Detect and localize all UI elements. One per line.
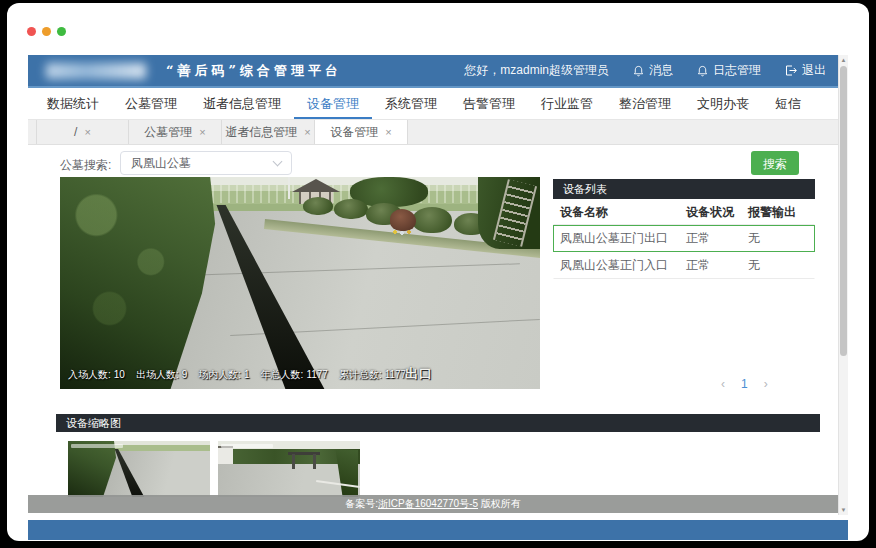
close-icon[interactable]: × — [385, 127, 391, 138]
prev-page-icon[interactable]: ‹ — [721, 377, 725, 391]
thumbnail-entrance-camera[interactable] — [218, 441, 360, 497]
app-title: “善后码”综合管理平台 — [166, 62, 342, 80]
window-close-icon[interactable] — [27, 27, 36, 36]
scene-stone-monument — [390, 209, 416, 231]
bush-shape — [412, 207, 452, 233]
scene-flowers — [392, 230, 414, 235]
main-nav: 数据统计 公墓管理 逝者信息管理 设备管理 系统管理 告警管理 行业监管 整治管… — [28, 88, 838, 120]
logout-icon — [785, 65, 797, 76]
bush-shape — [303, 197, 333, 215]
bell-icon — [633, 65, 644, 77]
bottom-blue-bar — [28, 520, 848, 540]
user-greeting: 您好，mzadmin超级管理员 — [464, 62, 609, 79]
cemetery-search-label: 公墓搜索: — [60, 157, 111, 174]
window-minimize-icon[interactable] — [42, 27, 51, 36]
col-device-name: 设备名称 — [554, 204, 686, 221]
tab-device-mgmt[interactable]: 设备管理 × — [315, 120, 408, 144]
tab-cemetery-mgmt[interactable]: 公墓管理 × — [129, 120, 222, 144]
cemetery-select[interactable]: 凤凰山公墓 — [120, 151, 292, 175]
next-page-icon[interactable]: › — [764, 377, 768, 391]
nav-item-alarm-mgmt[interactable]: 告警管理 — [450, 88, 528, 119]
cemetery-select-value: 凤凰山公墓 — [131, 155, 191, 172]
tab-deceased-info[interactable]: 逝者信息管理 × — [222, 120, 315, 144]
scroll-down-icon[interactable]: ▼ — [839, 505, 848, 515]
tab-root[interactable]: / × — [36, 120, 129, 144]
tab-bar: / × 公墓管理 × 逝者信息管理 × 设备管理 × — [28, 120, 838, 145]
nav-item-industry-supervision[interactable]: 行业监管 — [528, 88, 606, 119]
people-count-overlay: 入场人数:10 出场人数:9 场内人数:1 年总人数:1177 累计总数:117… — [68, 368, 406, 382]
timestamp-overlay — [221, 444, 273, 448]
thumbnail-list — [68, 441, 360, 497]
icp-prefix: 备案号: — [345, 498, 378, 509]
close-icon[interactable]: × — [304, 127, 310, 138]
scene-gate-post — [313, 454, 316, 469]
page-footer: 备案号:浙ICP备16042770号-5 版权所有 — [28, 495, 838, 513]
copyright-text: 版权所有 — [478, 498, 521, 509]
device-table-header: 设备名称 设备状况 报警输出 — [553, 199, 815, 225]
messages-menu-item[interactable]: 消息 — [633, 62, 673, 79]
nav-item-data-stats[interactable]: 数据统计 — [34, 88, 112, 119]
scroll-up-icon[interactable]: ▲ — [839, 55, 848, 65]
gate-exit-label: 出口 — [405, 365, 433, 383]
app-header: “善后码”综合管理平台 您好，mzadmin超级管理员 消息 日志管理 — [28, 55, 838, 88]
table-row[interactable]: 凤凰山公墓正门入口 正常 无 — [553, 252, 815, 279]
icp-link[interactable]: 浙ICP备16042770号-5 — [378, 498, 478, 509]
tab-content: 公墓搜索: 凤凰山公墓 搜索 — [28, 145, 838, 513]
browser-window: “善后码”综合管理平台 您好，mzadmin超级管理员 消息 日志管理 — [7, 3, 869, 541]
vertical-scrollbar[interactable]: ▲ ▼ — [838, 55, 848, 515]
nav-item-sms[interactable]: 短信 — [762, 88, 814, 119]
logs-menu-item[interactable]: 日志管理 — [697, 62, 761, 79]
logo-blurred — [46, 63, 146, 79]
nav-item-device-mgmt[interactable]: 设备管理 — [294, 88, 372, 119]
thumbnail-exit-camera[interactable] — [68, 441, 210, 497]
window-zoom-icon[interactable] — [57, 27, 66, 36]
scene-gate-post — [292, 454, 295, 469]
scrollbar-thumb[interactable] — [840, 66, 847, 356]
device-list-title: 设备列表 — [553, 179, 815, 199]
page-number[interactable]: 1 — [741, 377, 748, 391]
header-user-area: 您好，mzadmin超级管理员 消息 日志管理 — [464, 62, 826, 79]
search-button[interactable]: 搜索 — [751, 151, 799, 175]
device-list-panel: 设备列表 设备名称 设备状况 报警输出 凤凰山公墓正门出口 正常 无 凤凰山公墓… — [553, 179, 815, 279]
nav-item-civilized-funeral[interactable]: 文明办丧 — [684, 88, 762, 119]
close-icon[interactable]: × — [199, 127, 205, 138]
app-viewport: “善后码”综合管理平台 您好，mzadmin超级管理员 消息 日志管理 — [28, 55, 848, 515]
col-device-status: 设备状况 — [686, 204, 748, 221]
nav-item-rectification[interactable]: 整治管理 — [606, 88, 684, 119]
page: “善后码”综合管理平台 您好，mzadmin超级管理员 消息 日志管理 — [28, 55, 838, 515]
bush-shape — [334, 199, 368, 219]
camera-feed[interactable]: 入场人数:10 出场人数:9 场内人数:1 年总人数:1177 累计总数:117… — [60, 177, 540, 389]
nav-item-deceased-info[interactable]: 逝者信息管理 — [190, 88, 294, 119]
bell-icon — [697, 65, 708, 77]
logout-menu-item[interactable]: 退出 — [785, 62, 826, 79]
thumbnails-title: 设备缩略图 — [56, 414, 820, 432]
nav-item-cemetery-mgmt[interactable]: 公墓管理 — [112, 88, 190, 119]
col-alarm-output: 报警输出 — [748, 204, 810, 221]
nav-item-system-mgmt[interactable]: 系统管理 — [372, 88, 450, 119]
chevron-down-icon — [273, 157, 283, 167]
table-row[interactable]: 凤凰山公墓正门出口 正常 无 — [553, 225, 815, 252]
timestamp-overlay — [71, 444, 123, 448]
scene-flagpole — [288, 177, 290, 199]
close-icon[interactable]: × — [84, 127, 90, 138]
pagination: ‹ 1 › — [721, 377, 768, 391]
